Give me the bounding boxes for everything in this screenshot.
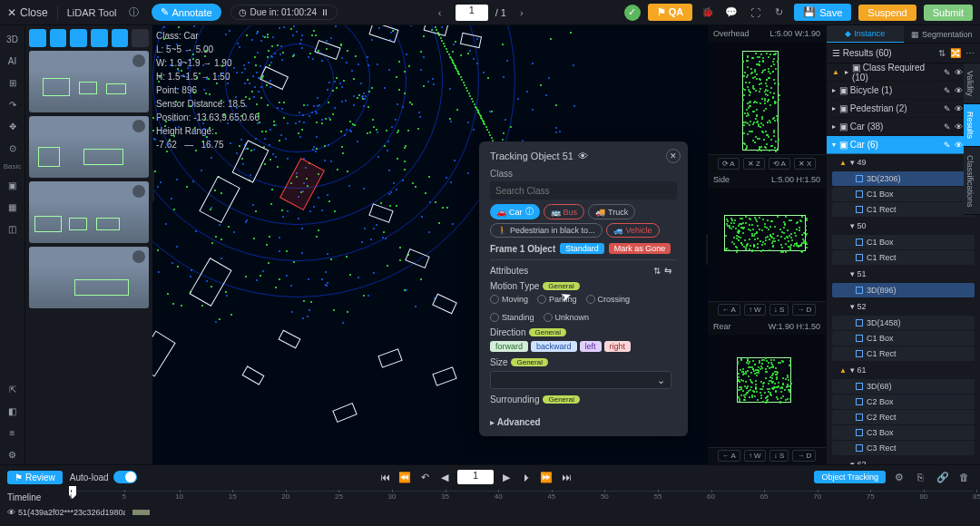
timeline-segment[interactable] (132, 509, 973, 516)
chip-vehicle[interactable]: 🚙 Vehicle (606, 223, 660, 238)
tool-resize[interactable]: ⇱ (3, 379, 23, 399)
step-back-icon[interactable]: ↶ (417, 470, 432, 484)
res-more-icon[interactable]: ⋯ (965, 48, 975, 58)
tool-shape[interactable]: ▦ (3, 197, 23, 217)
sub-row[interactable]: C1 Rect (832, 346, 975, 361)
tool-ai[interactable]: AI (3, 51, 23, 71)
tool-split[interactable]: ◫ (3, 219, 23, 239)
info-icon[interactable]: ⓘ (126, 5, 142, 21)
skip-back-icon[interactable]: ⏮ (377, 470, 392, 484)
skip-fwd-icon[interactable]: ⏭ (559, 470, 573, 484)
chat-icon[interactable]: 💬 (723, 5, 740, 21)
thumb-tool-3[interactable] (70, 29, 87, 47)
thumb-tool-5[interactable] (112, 29, 129, 47)
object-row[interactable]: ▾ 51 (827, 266, 980, 282)
sub-row[interactable]: 3D(2306) (832, 171, 975, 186)
object-row[interactable]: ▾ 50 (827, 218, 980, 234)
res-filter-icon[interactable]: ⇅ (938, 48, 946, 58)
tool-list[interactable]: ≡ (3, 423, 23, 443)
rewind-icon[interactable]: ⏪ (397, 470, 412, 484)
page-prev-icon[interactable]: ‹ (432, 5, 448, 21)
tag-backward[interactable]: backward (531, 341, 577, 352)
camera-thumb-4[interactable] (29, 247, 149, 308)
eye-icon[interactable] (132, 54, 145, 67)
tab-instance[interactable]: ◆ Instance (827, 25, 904, 43)
overhead-view[interactable] (708, 42, 826, 155)
sub-row[interactable]: 3D(896) (832, 283, 975, 297)
eye-icon[interactable] (132, 185, 145, 198)
frame-input[interactable]: 1 (457, 470, 494, 484)
object-row[interactable]: ▲ ▾ 61 (827, 362, 980, 378)
sub-row[interactable]: 3D(68) (832, 379, 975, 394)
side-view[interactable] (708, 188, 826, 301)
tool-target[interactable]: ⊙ (3, 138, 23, 158)
sidetab-results[interactable]: Results (964, 104, 980, 147)
tool-panel[interactable]: ◧ (3, 401, 23, 421)
sub-row[interactable]: C1 Rect (832, 202, 975, 217)
tag-right[interactable]: right (604, 341, 632, 352)
chip-car[interactable]: 🚗 Car ⓘ (490, 204, 540, 219)
sub-row[interactable]: C1 Box (832, 331, 975, 346)
link-icon[interactable]: 🔗 (935, 469, 951, 485)
settings-icon[interactable]: ⚙ (891, 469, 907, 485)
step-fwd-icon[interactable]: ⏩ (539, 470, 554, 484)
prev-frame-icon[interactable]: ◀ (437, 470, 452, 484)
qa-button[interactable]: ⚑ QA (648, 4, 693, 21)
eye-icon[interactable]: 👁 (578, 151, 588, 161)
suspend-button[interactable]: Suspend (858, 5, 916, 21)
lidar-canvas[interactable]: Class: Car L: 5~5 → 5.00 W: 1.9~1.9 → 1.… (152, 25, 708, 464)
standard-tag[interactable]: Standard (560, 243, 604, 254)
object-row[interactable]: ▲ ▾ 49 (827, 154, 980, 170)
tag-forward[interactable]: forward (490, 341, 528, 352)
review-button[interactable]: ⚑ Review (7, 471, 63, 484)
sub-row[interactable]: C3 Rect (832, 441, 975, 455)
expand-icon[interactable]: ⛶ (747, 5, 763, 21)
page-input[interactable]: 1 (456, 5, 488, 21)
sidetab-classifications[interactable]: Classifications (964, 148, 980, 216)
trash-icon[interactable]: 🗑 (956, 469, 973, 485)
category-row[interactable]: ▸ ▣ Class Required (10)✎👁🗑 (827, 63, 980, 82)
tool-settings[interactable]: ⚙ (3, 444, 23, 464)
collapse-handle[interactable]: ‹ (152, 170, 154, 201)
next-frame-icon[interactable]: ▶ (499, 470, 514, 484)
size-select[interactable]: ⌄ (490, 371, 671, 389)
save-button[interactable]: 💾 Save (794, 4, 851, 21)
eye-icon[interactable] (132, 250, 145, 263)
copy-icon[interactable]: ⎘ (913, 469, 929, 485)
sub-row[interactable]: C1 Rect (832, 250, 975, 265)
panel-close-button[interactable]: ✕ (666, 149, 681, 163)
tool-move[interactable]: ✥ (3, 116, 23, 136)
object-row[interactable]: ▾ 52 (827, 298, 980, 315)
timeline-track[interactable]: 1510152025303540455055606570758085 (69, 491, 973, 503)
radio-crossing[interactable]: Crossing (586, 295, 631, 304)
tool-3d[interactable]: 3D (3, 29, 23, 49)
object-tracking-button[interactable]: Object Tracking (814, 471, 886, 483)
radio-standing[interactable]: Standing (490, 313, 534, 322)
advanced-toggle[interactable]: ▸ Advanced (490, 417, 677, 427)
sidetab-validity[interactable]: Validity (964, 63, 980, 104)
bug-icon[interactable]: 🐞 (700, 5, 716, 21)
sub-row[interactable]: C3 Box (832, 425, 975, 440)
res-toggle-icon[interactable]: 🔀 (950, 48, 961, 58)
eye-icon[interactable] (132, 120, 145, 132)
sub-row[interactable]: C2 Rect (832, 410, 975, 424)
thumb-tool-4[interactable] (91, 29, 108, 47)
sub-row[interactable]: C2 Box (832, 394, 975, 409)
thumb-tool-6[interactable] (132, 29, 149, 47)
annotate-button[interactable]: ✎ Annotate (152, 4, 221, 21)
chip-pedestrian[interactable]: 🚶 Pedestrian in black to... (490, 223, 603, 238)
sub-row[interactable]: C1 Box (832, 235, 975, 249)
attr-filter-icon[interactable]: ⇅ (653, 266, 661, 276)
category-row[interactable]: ▸ ▣ Pedestrian (2)✎👁🗑 (827, 100, 980, 118)
attr-sort-icon[interactable]: ⇆ (664, 266, 671, 276)
class-search-input[interactable] (490, 181, 677, 200)
thumb-tool-2[interactable] (50, 29, 67, 47)
category-row[interactable]: ▸ ▣ Car (38)✎👁🗑 (827, 118, 980, 136)
chip-truck[interactable]: 🚚 Truck (588, 204, 635, 219)
page-next-icon[interactable]: › (514, 5, 530, 21)
autoload-toggle[interactable] (113, 471, 137, 483)
thumb-tool-1[interactable] (29, 29, 46, 47)
tool-lasso[interactable]: ↷ (3, 94, 23, 114)
category-row[interactable]: ▾ ▣ Car (6)✎👁🗑 (827, 136, 980, 154)
camera-thumb-2[interactable] (29, 116, 149, 178)
